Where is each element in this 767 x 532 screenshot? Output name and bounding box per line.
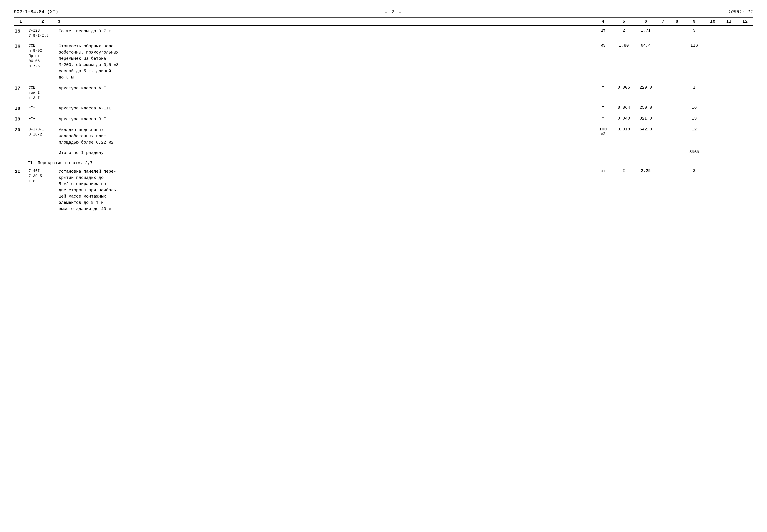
row-unit: шт	[594, 168, 612, 173]
col-header-2: 2	[28, 19, 58, 24]
row-col5: I,80	[612, 43, 635, 48]
col-header-8: 8	[670, 19, 684, 24]
row-desc: Арматура класса В-I	[58, 116, 594, 122]
row-ref: ССЦ том I т.3-I	[28, 85, 58, 101]
row-desc: Укладка подоконных железобетонных плит п…	[58, 127, 594, 146]
row-col9: I3	[684, 116, 705, 121]
row-ref: ССЦ п.9-92 Пр-нт 06-08 п.7,6	[28, 43, 58, 69]
col-header-11: II	[721, 19, 737, 24]
row-unit: м3	[594, 43, 612, 48]
row-num: 2I	[14, 168, 28, 174]
table-row: I9 –"– Арматура класса В-I т 0,040 32I,0…	[14, 114, 753, 125]
row-col9: I6	[684, 105, 705, 110]
row-col9: I	[684, 85, 705, 90]
row-unit: т	[594, 116, 612, 121]
row-col6: I,7I	[635, 28, 656, 33]
row-col5: 0,040	[612, 116, 635, 121]
row-col5: 2	[612, 28, 635, 33]
row-col6: 2,25	[635, 168, 656, 173]
row-desc: Арматура класса А-III	[58, 105, 594, 111]
table-body: I5 7-I28 7.9-I-I.8 То же, весом до 0,7 т…	[14, 26, 753, 214]
doc-code: 19561- 11	[728, 9, 753, 15]
summary-empty5	[635, 150, 656, 156]
row-unit: т	[594, 85, 612, 90]
row-num: I9	[14, 116, 28, 122]
row-col9: 3	[684, 168, 705, 173]
summary-empty7	[670, 150, 684, 156]
row-col6: 250,0	[635, 105, 656, 110]
header-row: 902-I-84.84 (XI) - 7 - 19561- 11	[14, 9, 753, 15]
row-desc: То же, весом до 0,7 т	[58, 28, 594, 34]
row-unit: т	[594, 105, 612, 110]
summary-value: 5969	[684, 150, 705, 156]
doc-number: 902-I-84.84 (XI)	[14, 9, 58, 15]
summary-empty	[14, 150, 28, 156]
col-header-4: 4	[594, 19, 612, 24]
summary-empty2	[28, 150, 58, 156]
table-row: I6 ССЦ п.9-92 Пр-нт 06-08 п.7,6 Стоимост…	[14, 41, 753, 83]
summary-empty4	[612, 150, 635, 156]
row-desc: Стоимость оборных желе- зобетонны. прямо…	[58, 43, 594, 81]
section-title: II. Перекрытие на отм. 2,7	[28, 161, 753, 165]
row-col5: 0,064	[612, 105, 635, 110]
row-num: 20	[14, 127, 28, 133]
row-ref: –"–	[28, 105, 58, 110]
row-unit: I00 м2	[594, 127, 612, 136]
table-row: 20 8-I78-I 8.I8-2 Укладка подоконных жел…	[14, 125, 753, 148]
row-ref: 8-I78-I 8.I8-2	[28, 127, 58, 137]
row-col9: I2	[684, 127, 705, 132]
table-row: I5 7-I28 7.9-I-I.8 То же, весом до 0,7 т…	[14, 26, 753, 41]
row-num: I8	[14, 105, 28, 111]
col-header-7: 7	[656, 19, 670, 24]
row-col6: 32I,0	[635, 116, 656, 121]
table-row: I7 ССЦ том I т.3-I Арматура класса А-I т…	[14, 83, 753, 103]
row-col9: 3	[684, 28, 705, 33]
row-col5: I	[612, 168, 635, 173]
row-col5: 0,0I8	[612, 127, 635, 132]
col-header-10: IO	[705, 19, 721, 24]
table-row: I8 –"– Арматура класса А-III т 0,064 250…	[14, 103, 753, 114]
col-header-3: 3	[58, 19, 594, 24]
row-desc: Установка панелей пере- крытий площадью …	[58, 168, 594, 212]
summary-empty8	[705, 150, 721, 156]
row-col6: 229,0	[635, 85, 656, 90]
row-desc: Арматура класса А-I	[58, 85, 594, 91]
row-col9: II6	[684, 43, 705, 48]
row-ref: 7-I28 7.9-I-I.8	[28, 28, 58, 39]
summary-empty3	[594, 150, 612, 156]
row-num: I5	[14, 28, 28, 34]
col-header-1: I	[14, 19, 28, 24]
row-col6: 642,0	[635, 127, 656, 132]
row-col5: 0,005	[612, 85, 635, 90]
table-row: 2I 7-46I 7.39-5- I.8 Установка панелей п…	[14, 166, 753, 214]
row-unit: шт	[594, 28, 612, 33]
row-num: I6	[14, 43, 28, 49]
row-ref: –"–	[28, 116, 58, 121]
row-num: I7	[14, 85, 28, 91]
page-number: - 7 -	[384, 9, 402, 15]
row-col6: 64,4	[635, 43, 656, 48]
col-header-12: I2	[737, 19, 753, 24]
column-headers: I 2 3 4 5 6 7 8 9 IO II I2	[14, 18, 753, 26]
summary-row: Итого по I разделу 5969	[14, 148, 753, 158]
summary-empty9	[721, 150, 737, 156]
row-ref: 7-46I 7.39-5- I.8	[28, 168, 58, 184]
section-header: II. Перекрытие на отм. 2,7	[14, 158, 753, 166]
summary-empty6	[656, 150, 670, 156]
col-header-6: 6	[635, 19, 656, 24]
summary-empty10	[737, 150, 753, 156]
summary-label: Итого по I разделу	[58, 150, 594, 156]
col-header-5: 5	[612, 19, 635, 24]
col-header-9: 9	[684, 19, 705, 24]
